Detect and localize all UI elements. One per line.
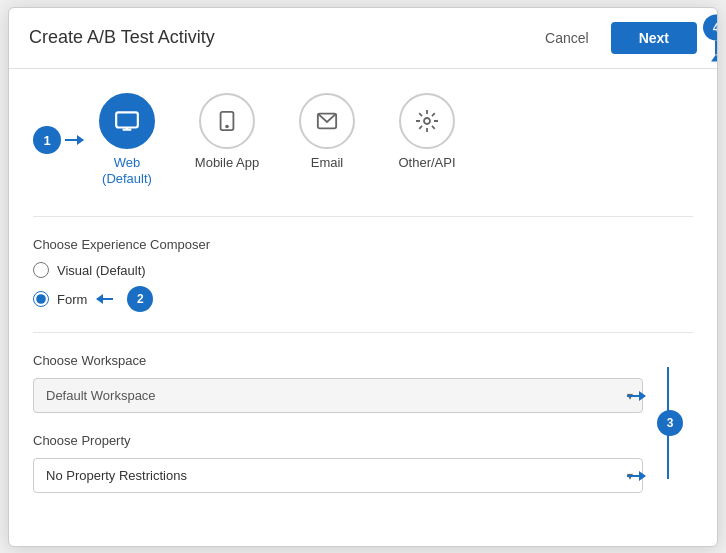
radio-visual-label[interactable]: Visual (Default): [57, 263, 146, 278]
workspace-select-wrapper: Default Workspace ▾: [33, 378, 643, 413]
workspace-property-section: 3 Choose Workspace Default Workspace ▾: [33, 353, 693, 493]
cancel-button[interactable]: Cancel: [535, 24, 599, 52]
step-2-annotation: 2: [97, 286, 153, 312]
modal-title: Create A/B Test Activity: [29, 27, 215, 48]
svg-point-6: [424, 118, 430, 124]
modal: Create A/B Test Activity Cancel Next 4: [8, 7, 718, 547]
channel-email[interactable]: Email: [287, 93, 367, 172]
web-label: Web(Default): [102, 155, 152, 189]
svg-rect-0: [116, 112, 138, 127]
property-arrow: [627, 475, 645, 477]
workspace-section: Choose Workspace Default Workspace ▾: [33, 353, 643, 413]
channel-row: 1 Web(Default): [33, 93, 693, 189]
step-arrow: [65, 139, 83, 141]
modal-body: 1 Web(Default): [9, 69, 717, 538]
radio-form[interactable]: [33, 291, 49, 307]
other-label: Other/API: [398, 155, 455, 172]
radio-visual-row: Visual (Default): [33, 262, 643, 278]
composer-label: Choose Experience Composer: [33, 237, 643, 252]
channel-mobile[interactable]: Mobile App: [187, 93, 267, 172]
next-button[interactable]: Next: [611, 22, 697, 54]
step-2-arrow: [97, 298, 113, 300]
radio-visual[interactable]: [33, 262, 49, 278]
email-label: Email: [311, 155, 344, 172]
radio-form-label[interactable]: Form: [57, 292, 87, 307]
property-section: Choose Property No Property Restrictions…: [33, 433, 643, 493]
composer-section: Choose Experience Composer Visual (Defau…: [33, 237, 693, 312]
property-select-wrapper: No Property Restrictions ▾: [33, 458, 643, 493]
other-icon: [399, 93, 455, 149]
divider-1: [33, 216, 693, 217]
mobile-icon: [199, 93, 255, 149]
radio-form-row: Form 2: [33, 286, 643, 312]
step-4-badge: 4: [703, 14, 718, 40]
property-select[interactable]: No Property Restrictions: [33, 458, 643, 493]
workspace-select[interactable]: Default Workspace: [33, 378, 643, 413]
divider-2: [33, 332, 693, 333]
step-1-badge: 1: [33, 126, 61, 154]
email-icon: [299, 93, 355, 149]
workspace-label: Choose Workspace: [33, 353, 643, 368]
channel-other[interactable]: Other/API: [387, 93, 467, 172]
svg-point-4: [226, 125, 228, 127]
radio-form-inner: Form: [33, 291, 87, 307]
step-3-badge: 3: [657, 410, 683, 436]
modal-header: Create A/B Test Activity Cancel Next 4: [9, 8, 717, 69]
property-label: Choose Property: [33, 433, 643, 448]
workspace-arrow: [627, 395, 645, 397]
mobile-label: Mobile App: [195, 155, 259, 172]
radio-group: Visual (Default) Form 2: [33, 262, 643, 312]
channel-options: Web(Default) Mobile App: [87, 93, 643, 189]
web-icon: [99, 93, 155, 149]
step-2-badge: 2: [127, 286, 153, 312]
header-actions: Cancel Next 4: [535, 22, 697, 54]
channel-web[interactable]: Web(Default): [87, 93, 167, 189]
